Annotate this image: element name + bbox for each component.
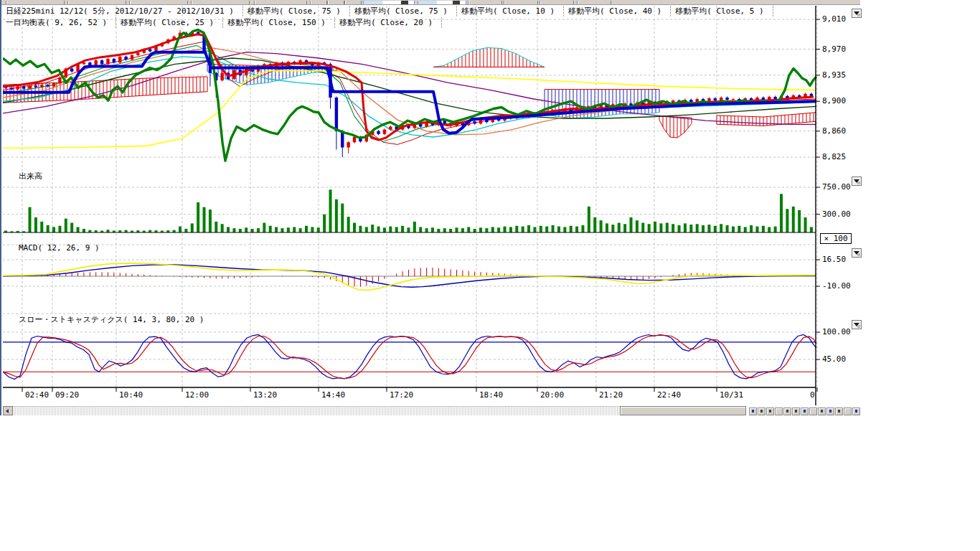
volume-bar — [239, 229, 242, 232]
stoch-axis-label: 45.00 — [822, 354, 846, 364]
volume-bar — [810, 227, 813, 232]
candle — [100, 60, 103, 64]
volume-pane-dropdown-button[interactable] — [852, 176, 862, 186]
time-axis-label: 21:20 — [599, 390, 623, 400]
scrollbar-track[interactable] — [13, 406, 620, 415]
indicator-label: 移動平均( Close, 5 ) — [671, 6, 773, 17]
mini-toolbar-button[interactable] — [801, 408, 809, 415]
volume-bar — [611, 225, 614, 232]
volume-bar — [467, 227, 470, 232]
scroll-left-button[interactable] — [3, 406, 13, 415]
price-axis-label: 8,825 — [822, 152, 846, 161]
mini-toolbar-button[interactable] — [792, 408, 800, 415]
volume-bar — [221, 224, 224, 232]
volume-bar — [425, 228, 428, 232]
volume-bar — [245, 227, 248, 232]
stoch-pane-label: スロー・ストキャスティクス( 14, 3, 80, 20 ) — [19, 314, 204, 325]
volume-bar — [504, 227, 507, 232]
macd-axis-label: 16.50 — [822, 255, 846, 264]
volume-bar — [203, 207, 206, 232]
volume-bar — [461, 228, 464, 232]
volume-pane-label: 出来高 — [19, 171, 42, 182]
indicator-label: 移動平均( Close, 150 ) — [223, 17, 335, 28]
volume-bar — [52, 227, 55, 232]
volume-bar — [287, 227, 290, 232]
horizontal-scrollbar[interactable] — [3, 406, 862, 415]
scrollbar-thumb[interactable] — [620, 406, 746, 415]
volume-bar — [83, 229, 85, 232]
candle — [732, 99, 735, 100]
time-axis-label: 12:00 — [185, 390, 209, 400]
volume-bar — [515, 226, 518, 232]
volume-bar — [570, 226, 573, 232]
volume-bar — [533, 227, 536, 232]
candle — [40, 85, 43, 87]
volume-bar — [29, 207, 32, 232]
time-axis-label: 10:40 — [119, 390, 143, 400]
time-axis-label: 13:20 — [253, 390, 277, 400]
volume-bar — [395, 227, 398, 232]
volume-bar — [491, 227, 494, 232]
stoch-k-line — [3, 335, 816, 380]
mini-toolbar-button[interactable] — [844, 408, 852, 415]
indicator-label: 移動平均( Close, 40 ) — [564, 6, 671, 17]
indicator-row-2: 一目均衡表( 9, 26, 52 )移動平均( Close, 25 )移動平均(… — [4, 17, 442, 28]
mini-toolbar-button[interactable] — [758, 408, 765, 415]
volume-bar — [347, 217, 350, 232]
candle — [810, 94, 813, 96]
volume-bar — [58, 226, 61, 232]
mini-toolbar-button[interactable] — [835, 408, 843, 415]
volume-bar — [726, 225, 729, 232]
mini-toolbar-button[interactable] — [826, 408, 834, 415]
chart-canvas[interactable] — [3, 5, 862, 415]
volume-bar — [40, 222, 43, 232]
volume-bar — [311, 227, 314, 232]
volume-bar — [509, 227, 512, 232]
volume-bar — [413, 222, 416, 232]
candle — [136, 53, 139, 55]
mini-toolbar-button[interactable] — [818, 408, 826, 415]
volume-bar — [714, 226, 717, 232]
candle — [34, 85, 37, 87]
candle — [725, 98, 728, 100]
volume-bar — [125, 230, 128, 232]
candle — [377, 131, 380, 134]
volume-bar — [702, 225, 705, 232]
price-pane-dropdown-button[interactable] — [852, 9, 862, 18]
volume-bar — [215, 222, 217, 232]
candle — [118, 57, 121, 62]
volume-bar — [389, 227, 392, 232]
candle — [124, 57, 127, 60]
volume-bar — [173, 230, 176, 232]
volume-bar — [293, 227, 296, 232]
mini-toolbar-button[interactable] — [852, 408, 860, 415]
volume-bar — [359, 226, 362, 232]
mini-toolbar-button[interactable] — [775, 408, 783, 415]
volume-bar — [485, 228, 488, 232]
indicator-label: 移動平均( Close, 25 ) — [116, 17, 223, 28]
volume-bar — [377, 227, 380, 232]
volume-bar — [623, 224, 626, 232]
volume-bar — [149, 230, 151, 232]
candle — [383, 130, 386, 134]
mini-toolbar-button[interactable] — [783, 408, 791, 415]
stoch-pane-dropdown-button[interactable] — [852, 320, 862, 329]
volume-bar — [70, 223, 73, 232]
mini-toolbar-button[interactable] — [749, 408, 757, 415]
macd-pane-dropdown-button[interactable] — [852, 248, 862, 258]
candle — [773, 97, 776, 99]
volume-bar — [648, 224, 651, 232]
volume-bar — [88, 230, 91, 232]
mini-toolbar-button[interactable] — [766, 408, 774, 415]
volume-bar — [232, 228, 235, 232]
volume-bar — [257, 228, 260, 232]
volume-bar — [732, 227, 735, 232]
indicator-label: 移動平均( Close, 75 ) — [243, 6, 350, 17]
volume-bar — [323, 215, 326, 232]
volume-bar — [545, 227, 548, 232]
volume-bar — [353, 223, 356, 232]
candle — [10, 88, 13, 89]
candle — [95, 60, 98, 65]
chart-area[interactable]: 日経225mini 12/12( 5分, 2012/10/27 - 2012/1… — [3, 5, 862, 415]
mini-toolbar-button[interactable] — [809, 408, 817, 415]
